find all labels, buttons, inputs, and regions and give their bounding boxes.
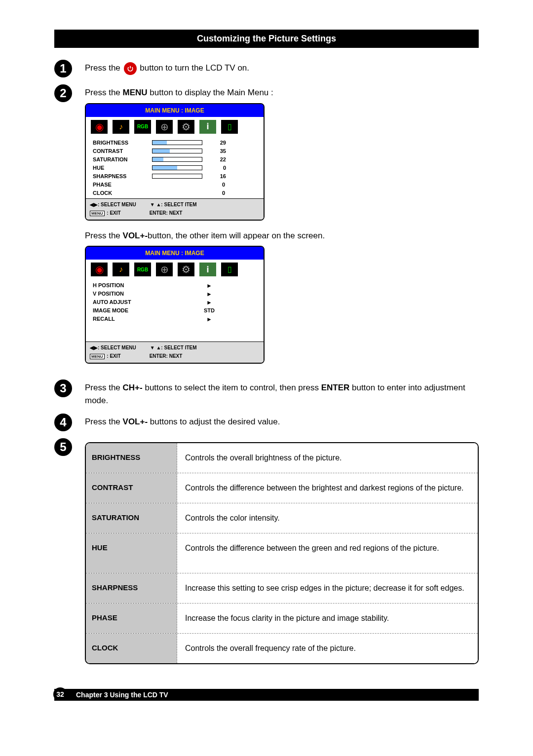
osd-label: V POSITION: [93, 290, 206, 298]
osd-val: 22: [211, 155, 226, 164]
osd-row: HUE0: [93, 164, 257, 172]
def-label: SATURATION: [86, 503, 177, 533]
step-number-3: 3: [54, 379, 72, 397]
osd-val: ►: [206, 281, 212, 290]
text: : SELECT MENU: [98, 202, 136, 207]
enter-hint: ENTER: NEXT: [150, 352, 183, 360]
text: : SELECT ITEM: [161, 345, 196, 350]
osd-label: IMAGE MODE: [93, 306, 204, 315]
osd-row: SHARPNESS16: [93, 172, 257, 181]
def-desc: Controls the difference between the brig…: [177, 473, 478, 503]
osd-bar: [152, 149, 202, 153]
step-5: 5 BRIGHTNESSControls the overall brightn…: [54, 440, 479, 664]
osd-row: H POSITION►: [93, 281, 257, 290]
def-label: SHARPNESS: [86, 573, 177, 603]
text: buttons to adjust the desired value.: [148, 417, 280, 426]
text: : EXIT: [106, 353, 121, 359]
osd-image-icon: ◉: [91, 263, 108, 276]
osd-val: ►: [206, 298, 212, 307]
osd-row: CLOCK0: [93, 189, 257, 197]
osd-val: 0: [211, 164, 226, 172]
osd-label: RECALL: [93, 315, 206, 323]
step-1-text: Press the button to turn the LCD TV on.: [85, 62, 479, 75]
step-2: 2 Press the MENU button to display the M…: [54, 86, 479, 373]
vol-label: VOL+-: [123, 417, 148, 426]
osd-menu-2: MAIN MENU : IMAGE ◉ ♪ RGB ⊕ ⚙ i ▯ H POSI…: [85, 246, 265, 364]
select-item-hint: ▼ ▲: SELECT ITEM: [150, 344, 197, 351]
page-number: 32: [53, 687, 67, 701]
osd-setup-icon: ⚙: [178, 120, 194, 134]
osd-sound-icon: ♪: [113, 263, 129, 276]
page-footer: 32 Chapter 3 Using the LCD TV: [54, 689, 479, 701]
chapter-label: Chapter 3 Using the LCD TV: [76, 691, 168, 699]
osd-label: AUTO ADJUST: [93, 298, 206, 306]
menu-key: MENU: [90, 211, 105, 216]
mid-instruction: Press the VOL+-button, the other item wi…: [85, 229, 479, 242]
osd-bar: [152, 165, 202, 170]
osd-info-icon: i: [199, 120, 216, 134]
def-label: CLOCK: [86, 634, 177, 663]
osd-lang-icon: ▯: [221, 263, 238, 276]
table-row: BRIGHTNESSControls the overall brightnes…: [86, 443, 478, 473]
def-desc: Controls the color intensity.: [177, 503, 478, 533]
enter-label: ENTER: [321, 383, 350, 392]
step-3: 3 Press the CH+- buttons to select the i…: [54, 381, 479, 407]
osd-label: BRIGHTNESS: [93, 139, 152, 147]
select-menu-hint: ◀▶: SELECT MENU: [90, 201, 136, 208]
table-row: PHASEIncrease the focus clarity in the p…: [86, 604, 478, 634]
enter-hint: ENTER: NEXT: [150, 209, 183, 217]
text: : SELECT ITEM: [161, 202, 196, 207]
osd-title: MAIN MENU : IMAGE: [86, 247, 264, 260]
osd-label: H POSITION: [93, 281, 206, 290]
def-label: HUE: [86, 533, 177, 573]
osd-val: 29: [211, 139, 226, 147]
osd-label: PHASE: [93, 181, 152, 189]
step-4-text: Press the VOL+- buttons to adjust the de…: [85, 416, 479, 428]
osd-val: STD: [204, 306, 215, 315]
def-label: BRIGHTNESS: [86, 443, 177, 473]
exit-hint: MENU : EXIT: [90, 209, 121, 217]
osd-lang-icon: ▯: [221, 120, 238, 134]
vol-label: VOL+-: [123, 231, 148, 240]
def-desc: Increase this setting to see crisp edges…: [177, 573, 478, 603]
select-menu-hint: ◀▶: SELECT MENU: [90, 344, 136, 351]
osd-icon-row: ◉ ♪ RGB ⊕ ⚙ i ▯: [86, 260, 264, 279]
def-desc: Controls the difference between the gree…: [177, 533, 478, 573]
osd-image-icon: ◉: [91, 120, 108, 134]
osd-sound-icon: ♪: [113, 120, 129, 134]
osd-rgb-icon: RGB: [134, 120, 151, 134]
def-label: CONTRAST: [86, 473, 177, 503]
osd-val: 35: [211, 147, 226, 155]
def-desc: Increase the focus clarity in the pictur…: [177, 604, 478, 633]
select-item-hint: ▼ ▲: SELECT ITEM: [150, 201, 197, 208]
table-row: CLOCKControls the overall frequency rate…: [86, 634, 478, 663]
osd-menu-1: MAIN MENU : IMAGE ◉ ♪ RGB ⊕ ⚙ i ▯ BRIGHT…: [85, 103, 265, 221]
text: Press the: [85, 88, 123, 97]
osd-label: SHARPNESS: [93, 172, 152, 181]
definitions-table: BRIGHTNESSControls the overall brightnes…: [85, 442, 479, 664]
def-desc: Controls the overall brightness of the p…: [177, 443, 478, 473]
step-number-5: 5: [54, 438, 72, 456]
osd-label: CLOCK: [93, 189, 152, 197]
menu-key: MENU: [90, 354, 105, 359]
osd-rows: H POSITION► V POSITION► AUTO ADJUST► IMA…: [86, 279, 264, 341]
osd-row: SATURATION22: [93, 155, 257, 164]
osd-label: SATURATION: [93, 155, 152, 164]
page-title: Customizing the Picture Settings: [54, 30, 479, 48]
osd-bar: [152, 157, 202, 162]
osd-val: ►: [206, 290, 212, 299]
osd-row: BRIGHTNESS29: [93, 139, 257, 147]
text: buttons to select the item to control, t…: [143, 383, 321, 392]
osd-label: CONTRAST: [93, 147, 152, 155]
step-4: 4 Press the VOL+- buttons to adjust the …: [54, 416, 479, 431]
text: button to turn the LCD TV on.: [140, 63, 249, 73]
osd-row: IMAGE MODESTD: [93, 306, 257, 315]
osd-bar: [152, 140, 202, 145]
text: Press the: [85, 63, 123, 73]
power-icon: [124, 62, 137, 75]
osd-rows: BRIGHTNESS29 CONTRAST35 SATURATION22 HUE…: [86, 137, 264, 198]
def-desc: Controls the overall frequency rate of t…: [177, 634, 478, 663]
osd-icon-row: ◉ ♪ RGB ⊕ ⚙ i ▯: [86, 117, 264, 137]
osd-val: ►: [206, 315, 212, 324]
osd-row: RECALL►: [93, 315, 257, 323]
